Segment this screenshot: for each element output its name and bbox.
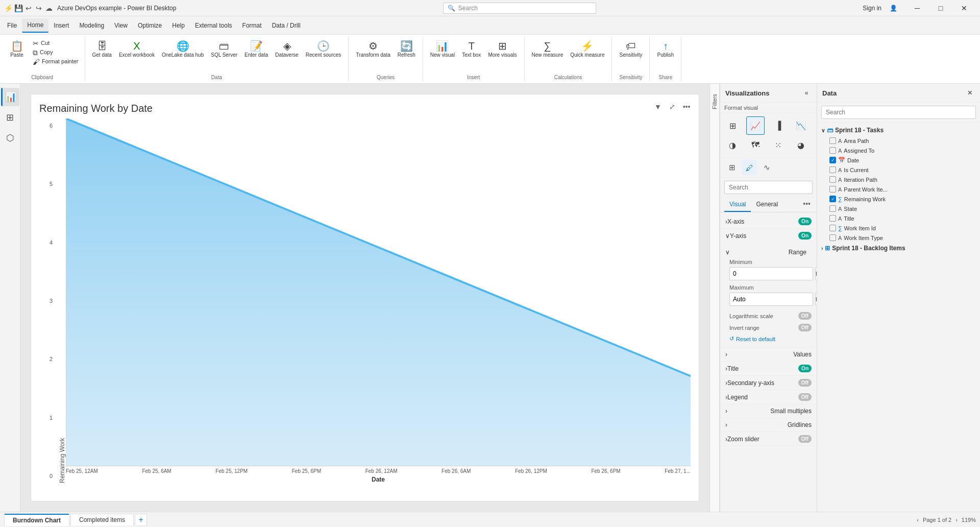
data-item-work-item-type[interactable]: A Work Item Type: [817, 233, 980, 243]
checkbox-state[interactable]: [829, 205, 836, 212]
nav-report-icon[interactable]: 📊: [1, 88, 19, 106]
data-group-backlog-header[interactable]: › ⊞ Sprint 18 - Backlog Items: [817, 243, 980, 254]
table-viz-icon[interactable]: ⊞: [723, 116, 742, 135]
filter-button[interactable]: ▼: [652, 101, 664, 113]
reset-to-default-button[interactable]: ↺ Reset to default: [729, 333, 812, 344]
section-y-axis-header[interactable]: ∨ Y-axis On: [720, 229, 817, 243]
gauge-viz-icon[interactable]: ◕: [792, 136, 810, 154]
section-legend-header[interactable]: › Legend Off: [720, 390, 817, 404]
tab-burndown-chart[interactable]: Burndown Chart: [4, 514, 69, 526]
tab-completed-items[interactable]: Completed items: [70, 514, 134, 525]
data-collapse-button[interactable]: ✕: [965, 88, 975, 98]
save-icon[interactable]: 💾: [14, 4, 22, 12]
more-visuals-button[interactable]: ⊞ More visuals: [485, 39, 520, 60]
next-page-button[interactable]: ›: [955, 517, 958, 523]
enter-data-button[interactable]: 📝 Enter data: [241, 39, 271, 60]
checkbox-title[interactable]: [829, 215, 836, 222]
data-item-title[interactable]: A Title: [817, 213, 980, 223]
sql-button[interactable]: 🗃 SQL Server: [208, 39, 240, 60]
sensitivity-button[interactable]: 🏷 Sensitivity: [616, 39, 645, 60]
get-data-button[interactable]: 🗄 Get data: [89, 39, 115, 60]
nav-table-icon[interactable]: ⊞: [1, 108, 19, 127]
prev-page-button[interactable]: ‹: [917, 517, 919, 523]
checkbox-iteration-path[interactable]: [829, 176, 836, 183]
title-bar-search[interactable]: 🔍 Search: [443, 3, 596, 14]
checkbox-work-item-type[interactable]: [829, 234, 836, 241]
quick-measure-button[interactable]: ⚡ Quick measure: [567, 39, 607, 60]
pie-chart-viz-icon[interactable]: ◑: [723, 136, 742, 154]
redo-icon[interactable]: ↪: [35, 4, 43, 12]
new-measure-button[interactable]: ∑ New measure: [529, 39, 567, 60]
section-secondary-y-header[interactable]: › Secondary y-axis Off: [720, 376, 817, 390]
checkbox-is-current[interactable]: [829, 166, 836, 173]
title-toggle[interactable]: On: [798, 365, 812, 372]
data-search-input[interactable]: [821, 106, 976, 119]
data-item-date[interactable]: ✓ 📅 Date: [817, 155, 980, 165]
data-group-tasks-header[interactable]: ∨ 🗃 Sprint 18 - Tasks: [817, 125, 980, 136]
chart-visual[interactable]: Remaining Work by Date ▼ ⤢ ••• 6 5 4 3 2…: [31, 94, 699, 501]
data-item-remaining-work[interactable]: ✓ ∑ Remaining Work: [817, 194, 980, 204]
log-scale-toggle[interactable]: Off: [798, 312, 812, 320]
transform-data-button[interactable]: ⚙ Transform data: [353, 39, 393, 60]
section-gridlines-header[interactable]: › Gridlines: [720, 418, 817, 432]
minimum-input[interactable]: [729, 267, 813, 280]
minimize-button[interactable]: ─: [905, 0, 929, 16]
maximum-fx-button[interactable]: fx: [815, 293, 817, 306]
viz-collapse-button[interactable]: «: [801, 88, 812, 98]
new-visual-button[interactable]: 📊 New visual: [427, 39, 458, 60]
restore-button[interactable]: □: [929, 0, 952, 16]
menu-optimize[interactable]: Optimize: [133, 19, 167, 32]
checkbox-area-path[interactable]: [829, 137, 836, 144]
checkbox-assigned-to[interactable]: [829, 147, 836, 154]
analytics-tab[interactable]: ∿: [759, 160, 774, 175]
data-item-parent-work-item[interactable]: A Parent Work Ite...: [817, 184, 980, 194]
text-box-button[interactable]: T Text box: [459, 39, 484, 60]
viz-search-input[interactable]: [724, 181, 813, 194]
refresh-button[interactable]: 🔄 Refresh: [395, 39, 419, 60]
signin-label[interactable]: Sign in: [863, 5, 881, 12]
secondary-y-toggle[interactable]: Off: [798, 379, 812, 387]
format-painter-button[interactable]: 🖌 Format painter: [31, 57, 81, 66]
section-zoom-slider-header[interactable]: › Zoom slider Off: [720, 432, 817, 446]
section-title-header[interactable]: › Title On: [720, 362, 817, 375]
onelake-button[interactable]: 🌐 OneLake data hub: [159, 39, 207, 60]
y-axis-toggle[interactable]: On: [798, 232, 812, 239]
bar-chart-viz-icon[interactable]: ▐: [769, 116, 788, 135]
minimum-fx-button[interactable]: fx: [815, 267, 817, 280]
scatter-viz-icon[interactable]: ⁙: [769, 136, 788, 154]
add-tab-button[interactable]: +: [135, 514, 147, 526]
dataverse-button[interactable]: ◈ Dataverse: [272, 39, 302, 60]
map-viz-icon[interactable]: 🗺: [746, 136, 765, 154]
data-item-assigned-to[interactable]: A Assigned To: [817, 146, 980, 155]
checkbox-parent-work-item[interactable]: [829, 186, 836, 193]
range-header[interactable]: ∨ Range: [725, 246, 812, 259]
tab-visual[interactable]: Visual: [724, 198, 751, 212]
format-brush-tab[interactable]: 🖊: [742, 160, 757, 175]
area-chart-viz-icon[interactable]: 📈: [746, 116, 765, 135]
menu-data-drill[interactable]: Data / Drill: [267, 19, 306, 32]
menu-external-tools[interactable]: External tools: [190, 19, 237, 32]
undo-icon[interactable]: ↩: [24, 4, 33, 12]
menu-view[interactable]: View: [109, 19, 133, 32]
menu-file[interactable]: File: [2, 19, 22, 32]
data-item-work-item-id[interactable]: ∑ Work Item Id: [817, 223, 980, 233]
invert-range-toggle[interactable]: Off: [798, 324, 812, 331]
data-item-area-path[interactable]: A Area Path: [817, 136, 980, 146]
checkbox-work-item-id[interactable]: [829, 225, 836, 231]
close-button[interactable]: ✕: [952, 0, 976, 16]
section-small-multiples-header[interactable]: › Small multiples: [720, 404, 817, 418]
publish-button[interactable]: ↑ Publish: [654, 39, 677, 60]
menu-format[interactable]: Format: [237, 19, 267, 32]
menu-home[interactable]: Home: [22, 18, 48, 33]
recent-sources-button[interactable]: 🕒 Recent sources: [303, 39, 344, 60]
data-item-is-current[interactable]: A Is Current: [817, 165, 980, 175]
data-item-state[interactable]: A State: [817, 204, 980, 213]
more-options-button[interactable]: •••: [680, 101, 693, 113]
paste-button[interactable]: 📋 Paste: [4, 39, 30, 60]
menu-help[interactable]: Help: [167, 19, 190, 32]
checkbox-date[interactable]: ✓: [829, 157, 836, 163]
zoom-slider-toggle[interactable]: Off: [798, 435, 812, 443]
data-item-iteration-path[interactable]: A Iteration Path: [817, 175, 980, 184]
more-options-tab[interactable]: •••: [801, 198, 813, 212]
maximum-input[interactable]: [729, 293, 813, 306]
